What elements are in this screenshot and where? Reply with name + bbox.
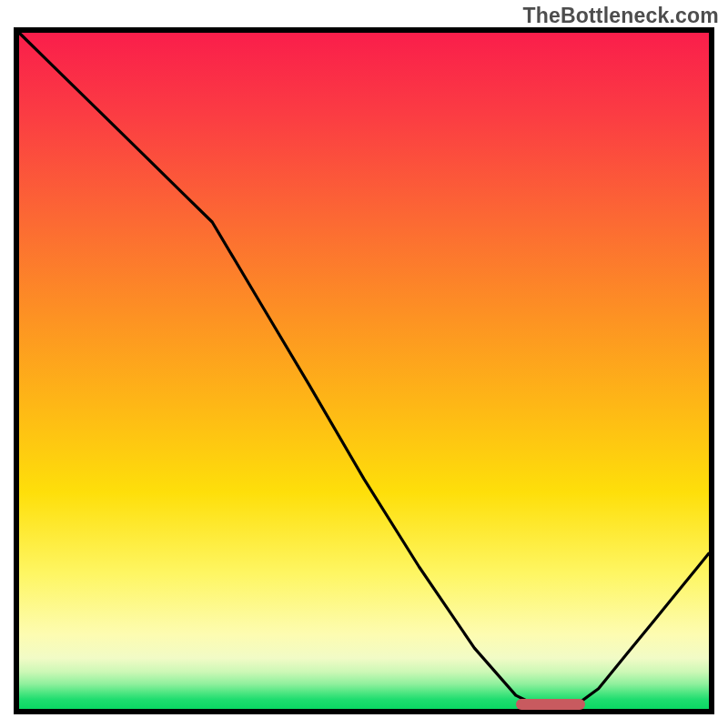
watermark-text: TheBottleneck.com	[522, 4, 719, 28]
curve-path	[19, 33, 709, 709]
plot-area	[14, 27, 714, 714]
optimal-range-marker	[516, 699, 585, 710]
chart-stage: TheBottleneck.com	[0, 0, 728, 728]
line-series	[19, 33, 709, 709]
